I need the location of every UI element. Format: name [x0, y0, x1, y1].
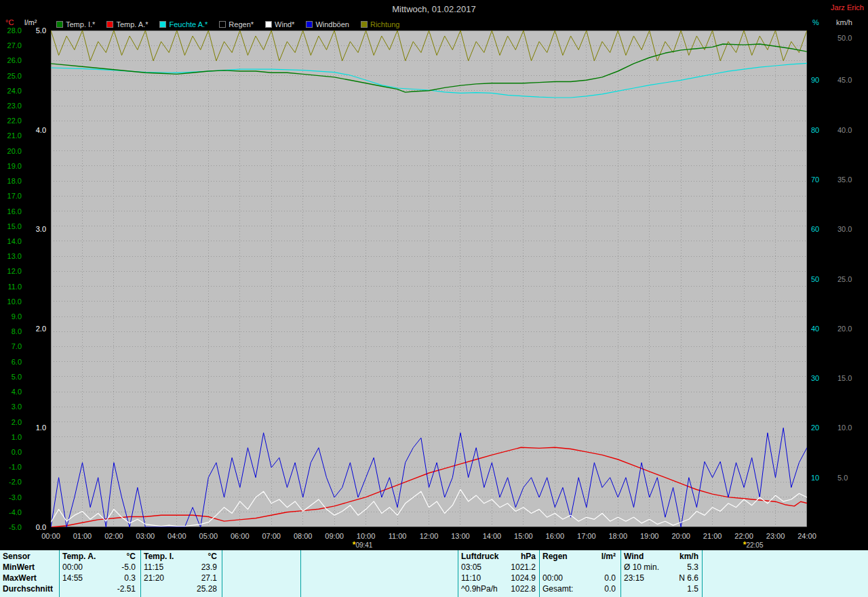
temp-axis-label: 14.0 [1, 238, 22, 245]
legend-item-4[interactable]: Wind* [265, 20, 294, 28]
table-cell-value: 1021.2 [461, 562, 536, 572]
time-axis-label: 23:00 [764, 533, 787, 540]
time-axis-label: 06:00 [229, 533, 252, 540]
series-richtung [51, 30, 807, 61]
temp-axis-label: 17.0 [1, 192, 22, 200]
rain-axis-label: 2.0 [26, 325, 46, 333]
temp-axis-label: 5.0 [1, 373, 22, 381]
wind-axis-label: 10.0 [837, 424, 852, 432]
wind-axis-label: 5.0 [837, 474, 848, 482]
table-divider [300, 550, 301, 597]
legend-label: Regen* [229, 20, 254, 28]
temp-axis-label: 21.0 [1, 132, 22, 140]
legend-item-2[interactable]: Feuchte A.* [159, 20, 208, 28]
legend-swatch-icon [306, 21, 313, 28]
wind-axis-label: 25.0 [837, 276, 852, 283]
legend-item-3[interactable]: Regen* [219, 20, 254, 28]
table-group-unit: l/m² [542, 552, 616, 561]
legend-label: Richtung [370, 20, 399, 28]
table-cell-value: 27.1 [144, 573, 217, 583]
legend-swatch-icon [265, 21, 272, 28]
table-row-label: MinWert [3, 562, 35, 572]
legend-item-6[interactable]: Richtung [361, 20, 399, 28]
time-axis-label: 24:00 [795, 533, 818, 540]
time-axis-label: 01:00 [71, 533, 94, 540]
humidity-axis-label: 20 [811, 424, 819, 432]
time-axis-label: 12:00 [418, 533, 441, 540]
humidity-axis-label: 70 [811, 176, 819, 184]
time-marker: *09:41 [353, 540, 373, 550]
weather-chart [51, 30, 807, 527]
table-cell-value: 1022.8 [461, 584, 536, 594]
owner-name: Jarz Erich [831, 3, 864, 12]
temp-axis-label: 15.0 [1, 223, 22, 230]
wind-axis-label: 35.0 [837, 176, 852, 184]
page-title: Mittwoch, 01.02.2017 [0, 4, 868, 14]
table-group-unit: °C [62, 552, 136, 561]
wind-axis-label: 15.0 [837, 375, 852, 382]
time-axis-label: 22:00 [732, 533, 755, 540]
legend-item-0[interactable]: Temp. I.* [56, 20, 95, 28]
legend-swatch-icon [56, 21, 63, 28]
time-axis-label: 19:00 [638, 533, 661, 540]
temp-axis-label: 22.0 [1, 117, 22, 125]
wind-axis-label: 40.0 [837, 127, 852, 134]
legend-swatch-icon [219, 21, 226, 28]
temp-axis-label: 0.0 [1, 449, 22, 456]
temp-axis-label: 10.0 [1, 298, 22, 306]
time-axis-label: 05:00 [197, 533, 220, 540]
temp-axis-label: 9.0 [1, 313, 22, 321]
table-row-label: Sensor [3, 552, 31, 561]
table-group-unit: km/h [624, 552, 698, 561]
legend-label: Windböen [315, 20, 349, 28]
table-group-unit: °C [144, 552, 217, 561]
temp-axis-label: 16.0 [1, 208, 22, 215]
wind-unit-label: km/h [836, 19, 852, 26]
legend-swatch-icon [361, 21, 368, 28]
table-row-label: MaxWert [3, 573, 37, 583]
temp-axis-label: -1.0 [1, 464, 22, 471]
plot-border [52, 31, 807, 527]
table-cell-value: -5.0 [62, 562, 136, 572]
legend-label: Feuchte A.* [169, 20, 208, 28]
wind-axis-label: 45.0 [837, 77, 852, 84]
humidity-unit-label: % [812, 19, 819, 26]
time-axis-label: 18:00 [606, 533, 629, 540]
temp-axis-label: 6.0 [1, 358, 22, 366]
table-divider [702, 550, 703, 597]
time-axis-label: 10:00 [355, 533, 378, 540]
temp-axis-label: 13.0 [1, 253, 22, 260]
table-cell-value: 0.0 [542, 584, 616, 594]
table-divider [140, 550, 141, 597]
series-feuchte-a- [51, 63, 807, 98]
table-cell-value: 0.0 [542, 573, 616, 583]
humidity-axis-label: 30 [811, 375, 819, 382]
table-cell-value: 23.9 [144, 562, 217, 572]
marker-time-label: 22:05 [746, 541, 763, 549]
time-axis-label: 14:00 [480, 533, 503, 540]
time-axis-label: 20:00 [669, 533, 692, 540]
time-axis-label: 03:00 [134, 533, 157, 540]
legend-item-1[interactable]: Temp. A.* [106, 20, 148, 28]
legend-item-5[interactable]: Windböen [306, 20, 349, 28]
table-cell-value: 25.28 [144, 584, 217, 594]
wind-axis-label: 20.0 [837, 325, 852, 333]
time-axis-label: 17:00 [575, 533, 598, 540]
table-divider [539, 550, 540, 597]
temp-axis-label: 1.0 [1, 434, 22, 441]
table-row-label: Durchschnitt [3, 584, 53, 594]
temp-axis-label: 20.0 [1, 148, 22, 155]
temp-axis-label: 28.0 [1, 27, 22, 35]
rain-axis-label: 4.0 [26, 127, 46, 134]
temp-axis-label: 25.0 [1, 73, 22, 80]
time-axis-label: 08:00 [292, 533, 315, 540]
humidity-axis-label: 50 [811, 276, 819, 283]
time-axis-label: 16:00 [543, 533, 566, 540]
temp-axis-label: 18.0 [1, 178, 22, 185]
legend: Temp. I.*Temp. A.*Feuchte A.*Regen*Wind*… [56, 20, 399, 28]
legend-label: Wind* [275, 20, 294, 28]
time-axis-label: 04:00 [165, 533, 189, 540]
temp-axis-label: 19.0 [1, 163, 22, 170]
temp-axis-label: -4.0 [1, 509, 22, 516]
table-cell-value: -2.51 [62, 584, 136, 594]
